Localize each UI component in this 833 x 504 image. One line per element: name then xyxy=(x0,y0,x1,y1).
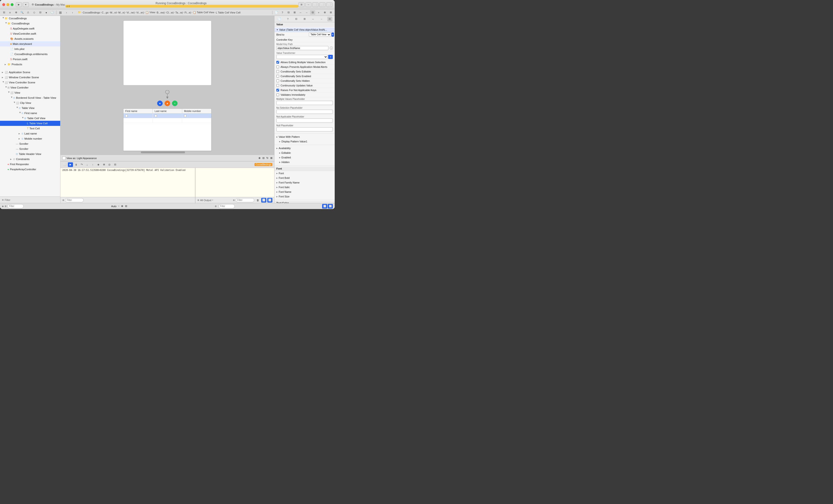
sidebar-item-app-scene[interactable]: ▶ ⬜ Application Scene xyxy=(0,70,60,75)
forward-btn[interactable]: › xyxy=(70,10,75,15)
font-size-row[interactable]: ▶ Font Size xyxy=(275,194,335,199)
continuously-updates-checkbox[interactable] xyxy=(276,84,279,87)
bc-4[interactable]: M...rd xyxy=(110,11,117,14)
debug-env-btn[interactable]: ⊟ xyxy=(113,162,118,167)
sidebar-item-infoplist[interactable]: 📄 Info.plist xyxy=(0,47,60,52)
play-button[interactable]: ▶ xyxy=(16,2,22,7)
sidebar-item-products[interactable]: ▶ 📁 Products xyxy=(0,62,60,67)
bind-to-dropdown-btn[interactable]: ▾ xyxy=(331,32,334,37)
multiple-values-input[interactable] xyxy=(276,101,333,105)
availability-row[interactable]: ▶ Availability xyxy=(275,146,335,151)
debug-btn[interactable]: ⊟ xyxy=(38,10,43,15)
sidebar-item-constraints[interactable]: ▶ ⊞ Constraints xyxy=(0,156,60,162)
split-view-btn-2[interactable]: ⬜ xyxy=(267,198,272,203)
bc-6[interactable]: Vi...ne) xyxy=(127,11,135,14)
debug-continue-btn[interactable]: ▶ xyxy=(68,162,73,167)
debug-step-over-btn[interactable]: ↷ xyxy=(79,162,84,167)
conditionally-editable-checkbox[interactable] xyxy=(276,70,279,73)
bc-14[interactable]: L Table Cell View Cell xyxy=(216,11,241,14)
sidebar-item-table-header[interactable]: ⊟ Table Header View xyxy=(0,151,60,156)
bc-9[interactable]: B...ew) xyxy=(157,11,165,14)
sidebar-item-vc-scene[interactable]: ▶ ⬜ View Controller Scene xyxy=(0,80,60,85)
not-applicable-input[interactable] xyxy=(276,119,333,123)
debug-filter-right-input[interactable] xyxy=(236,198,254,202)
sidebar-item-first-responder[interactable]: ● First Responder xyxy=(0,162,60,167)
tab-file[interactable]: 📄 xyxy=(277,17,282,21)
refresh-icon[interactable]: ↻ xyxy=(266,156,268,159)
sidebar-item-text-cell[interactable]: T Text Cell xyxy=(0,126,60,131)
tab-connections[interactable]: → xyxy=(319,17,324,21)
table-row-2[interactable] xyxy=(123,118,211,123)
status-icon-2[interactable]: ⊟ xyxy=(125,205,127,208)
sidebar-item-entitlements[interactable]: 📄 CocoaBindings.entitlements xyxy=(0,52,60,57)
status-icon-1[interactable]: ⊕ xyxy=(121,205,123,208)
always-presents-checkbox[interactable] xyxy=(276,66,279,68)
editable-row[interactable]: ▶ Editable xyxy=(275,151,335,155)
sidebar-item-cocoabindings-group[interactable]: ▶ 📁 CocoaBindings xyxy=(0,16,60,21)
model-key-path-info[interactable]: i xyxy=(330,47,333,50)
debug-simulate-btn[interactable]: ⊕ xyxy=(101,162,106,167)
test-btn[interactable]: ◇ xyxy=(32,10,37,15)
conditionally-enabled-checkbox[interactable] xyxy=(276,75,279,78)
fullscreen-button[interactable] xyxy=(11,3,14,6)
sidebar-item-appdelegate[interactable]: S AppDelegate.swift xyxy=(0,26,60,31)
status-filter-input[interactable] xyxy=(218,204,235,208)
hidden-row[interactable]: ▶ Hidden xyxy=(275,160,335,165)
canvas-btn-blue[interactable]: ● xyxy=(157,101,163,106)
sidebar-item-scroller2[interactable]: — Scroller xyxy=(0,146,60,151)
table-row-1[interactable] xyxy=(123,114,211,118)
tab-bindings[interactable]: ⊟ xyxy=(327,17,332,21)
view-btn-1[interactable]: ⬜ xyxy=(322,204,327,208)
bind-to-dropdown[interactable]: Table Cell View xyxy=(309,32,331,37)
quick-help-btn[interactable]: ? xyxy=(280,10,285,15)
symbols-btn[interactable]: ⊕ xyxy=(14,10,19,15)
sidebar-item-mainstoryboard[interactable]: ■ Main.storyboard xyxy=(0,41,60,47)
sidebar-item-array-controller[interactable]: ● PeopleArrayController xyxy=(0,167,60,172)
bc-3[interactable]: C...gs xyxy=(102,11,109,14)
sidebar-item-assets[interactable]: 🎨 Assets.xcassets xyxy=(0,36,60,41)
debug-pause-btn[interactable]: ⏸ xyxy=(73,162,78,167)
bc-7[interactable]: Vi...er) xyxy=(137,11,144,14)
raises-not-applicable-checkbox[interactable] xyxy=(276,89,279,92)
layout-btn-1[interactable]: ↔ xyxy=(305,2,311,7)
bc-13[interactable]: 📋 Table Cell View xyxy=(193,11,214,14)
display-pattern-row[interactable]: ▶ Display Pattern Value1 xyxy=(275,139,335,144)
debug-hide-btn[interactable]: ⬜ xyxy=(62,162,67,167)
canvas-btn-green[interactable]: + xyxy=(172,101,177,106)
value-transformer-dropdown[interactable] xyxy=(276,55,328,59)
sidebar-item-viewcontroller[interactable]: S ViewController.swift xyxy=(0,31,60,36)
debug-step-out-btn[interactable]: ↑ xyxy=(90,162,95,167)
storyboard-view-btn[interactable]: ⊞ xyxy=(58,10,63,15)
search-btn[interactable]: 🔍 xyxy=(20,10,25,15)
bc-2[interactable]: CocoaBindings xyxy=(83,11,100,14)
back-btn[interactable]: ‹ xyxy=(64,10,69,15)
debug-step-into-btn[interactable]: ↓ xyxy=(85,162,90,167)
debug-filter-input[interactable] xyxy=(65,198,84,202)
sidebar-item-clip-view[interactable]: ▶ ⬜ Clip View xyxy=(0,100,60,105)
sidebar-item-first-name-col[interactable]: ▶ ⊞ First name xyxy=(0,110,60,116)
layout-btn-4[interactable]: ⬜ xyxy=(326,2,332,7)
layout-btn-3[interactable]: ⬜ xyxy=(319,2,325,7)
bc-11[interactable]: Ta...w) xyxy=(175,11,183,14)
allows-editing-checkbox[interactable] xyxy=(276,61,279,64)
view-btn-2[interactable]: ⬜ xyxy=(328,204,333,208)
model-key-path-input[interactable] xyxy=(276,46,328,50)
tab-attributes[interactable]: ⊞ xyxy=(302,17,307,21)
bc-10[interactable]: Cl...w) xyxy=(166,11,174,14)
source-btn[interactable]: ≡ xyxy=(7,10,13,15)
debug-breakpoints-btn[interactable]: ◈ xyxy=(96,162,101,167)
file-inspector-btn[interactable]: 📄 xyxy=(274,10,279,15)
sidebar-item-win-scene[interactable]: ▶ ⬜ Window Controller Scene xyxy=(0,75,60,80)
zoom-icon[interactable]: ⊕ xyxy=(258,156,261,159)
canvas[interactable]: ● ● + First name Last name Mobile number xyxy=(61,16,274,155)
issue-btn[interactable]: ⚠ xyxy=(26,10,31,15)
more-btn[interactable]: ⊞ xyxy=(328,10,333,15)
null-input[interactable] xyxy=(276,127,333,131)
sidebar-item-table-view-cell[interactable]: L Table View Cell xyxy=(0,121,60,126)
bindings-btn[interactable]: ⊟ xyxy=(310,10,315,15)
sidebar-toggle-btn[interactable]: ⊞ xyxy=(299,2,305,7)
font-bold-row[interactable]: ▶ Font Bold xyxy=(275,176,335,180)
tab-identity[interactable]: ⊟ xyxy=(293,17,299,21)
bottom-filter-input[interactable] xyxy=(7,204,24,208)
no-selection-input[interactable] xyxy=(276,110,333,114)
